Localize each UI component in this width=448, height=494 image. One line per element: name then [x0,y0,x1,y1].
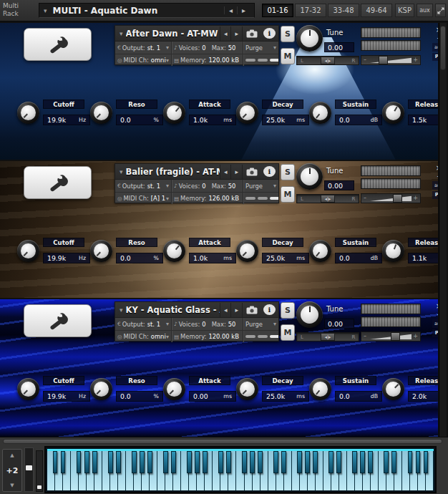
tab-33-48[interactable]: 33-48 [328,4,359,17]
octave-down-icon[interactable]: ▼ [10,483,14,488]
octave-up-icon[interactable]: ▲ [10,452,14,458]
piano-key-black[interactable] [61,451,66,473]
piano-key-black[interactable] [218,451,223,473]
piano-key-black[interactable] [297,451,302,473]
next-multi-button[interactable]: ▸ [237,6,250,14]
piano-key-black[interactable] [132,451,137,473]
piano-key-black[interactable] [281,451,286,473]
piano-key-black[interactable] [250,451,255,473]
piano-key-black[interactable] [203,451,208,473]
decay-knob[interactable] [236,102,258,124]
wrench-button[interactable] [24,28,92,61]
purge-button[interactable]: Purge ▾ [243,42,278,54]
chevron-down-icon[interactable]: ▾ [273,321,276,327]
piano-key-black[interactable] [92,451,97,473]
info-icon[interactable]: i [263,304,276,315]
pv-button[interactable]: PV [432,53,438,61]
snapshot-camera-icon[interactable] [242,303,260,317]
piano-key-black[interactable] [391,451,396,473]
midi-channel-select[interactable]: ◎ MIDI Ch: omni ▾ [115,331,171,342]
wrench-button[interactable] [24,304,92,337]
volume-slider[interactable]: – + [361,193,421,203]
volume-slider[interactable]: – + [361,331,421,342]
attack-knob[interactable] [163,240,185,262]
pitch-slider[interactable] [24,447,34,492]
chevron-down-icon[interactable]: ▾ [166,44,169,51]
solo-button[interactable]: S [281,26,295,42]
pv-button[interactable]: PV [432,191,438,199]
prev-multi-button[interactable]: ◂ [224,6,237,14]
pan-handle[interactable]: ◂|▸ [321,57,335,64]
tab-01-16[interactable]: 01-16 [262,4,293,17]
output-select[interactable]: € Output: st. 1 ▾ [115,180,171,192]
piano-key-black[interactable] [305,451,310,473]
prev-instrument-button[interactable]: ◂ [220,165,231,179]
pan-slider[interactable]: L ◂|▸ R [296,332,359,342]
mute-button[interactable]: M [281,186,295,203]
piano-key-black[interactable] [273,451,278,473]
chevron-down-icon[interactable]: ▾ [166,321,169,327]
piano-key-black[interactable] [108,451,113,473]
piano-key-black[interactable] [424,451,429,473]
chevron-down-icon[interactable]: ▾ [166,334,169,340]
piano-key-black[interactable] [313,451,318,473]
tune-knob[interactable] [296,301,323,328]
aux-button[interactable]: aux [432,43,438,52]
next-instrument-button[interactable]: ▸ [230,303,242,317]
pv-button[interactable]: PV [432,329,438,337]
mod-slider[interactable] [36,450,43,492]
info-icon[interactable]: i [263,166,276,177]
piano-key-black[interactable] [116,451,121,473]
pan-handle[interactable]: ◂|▸ [321,195,335,203]
chevron-down-icon[interactable]: ▾ [115,30,126,37]
chevron-down-icon[interactable]: ▾ [166,183,169,189]
volume-slider[interactable]: – + [361,55,421,65]
piano-key-black[interactable] [384,451,389,473]
minimize-icon[interactable]: – [432,173,438,180]
piano-key-black[interactable] [77,451,82,473]
tab-ksp[interactable]: KSP [395,4,414,17]
volume-handle[interactable] [379,56,388,64]
reso-knob[interactable] [90,102,112,124]
piano-key-black[interactable] [336,451,341,473]
sustain-knob[interactable] [309,102,331,124]
piano-key-black[interactable] [352,451,357,473]
pan-slider[interactable]: L ◂|▸ R [296,194,359,203]
midi-channel-select[interactable]: ◎ MIDI Ch: [A] 1 ▾ [115,193,171,204]
tab-aux[interactable]: aux [417,4,433,17]
tune-knob[interactable] [296,25,323,52]
piano-key-black[interactable] [368,451,373,473]
attack-knob[interactable] [163,102,185,124]
wrench-button[interactable] [24,166,92,199]
piano-key-black[interactable] [187,451,192,473]
mod-slider-handle[interactable] [37,485,42,489]
chevron-down-icon[interactable]: ▾ [166,57,169,64]
pitch-slider-handle[interactable] [26,465,32,470]
minimize-icon[interactable]: – [432,34,438,42]
solo-button[interactable]: S [281,164,295,180]
reso-knob[interactable] [90,240,112,262]
volume-handle[interactable] [391,332,400,341]
output-select[interactable]: € Output: st. 1 ▾ [115,318,171,330]
purge-button[interactable]: Purge ▾ [243,180,278,192]
keyboard-scrollbar[interactable] [3,439,442,444]
release-knob[interactable] [382,240,404,262]
output-select[interactable]: € Output: st. 1 ▾ [115,42,171,54]
next-instrument-button[interactable]: ▸ [230,26,242,41]
attack-knob[interactable] [163,378,185,400]
mute-button[interactable]: M [281,48,295,64]
piano-key-black[interactable] [226,451,231,473]
prev-instrument-button[interactable]: ◂ [220,26,231,41]
piano-key-black[interactable] [195,451,200,473]
midi-channel-select[interactable]: ◎ MIDI Ch: omni ▾ [115,54,171,66]
pan-handle[interactable]: ◂|▸ [321,333,335,341]
piano-key-black[interactable] [408,451,413,473]
piano-key-black[interactable] [360,451,365,473]
sustain-knob[interactable] [309,378,331,400]
snapshot-camera-icon[interactable] [242,26,260,41]
minimize-icon[interactable]: – [432,311,438,318]
piano-key-black[interactable] [171,451,176,473]
multi-title-select[interactable]: ▾ MULTI - Aquatic Dawn ◂ ▸ [39,3,255,18]
cutoff-knob[interactable] [17,378,39,400]
decay-knob[interactable] [236,240,258,262]
